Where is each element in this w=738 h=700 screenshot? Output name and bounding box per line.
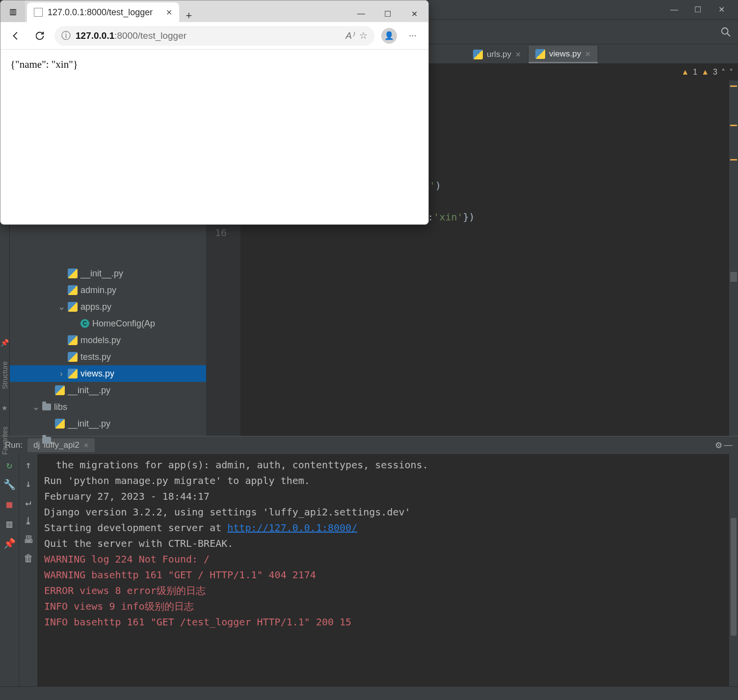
python-file-icon (535, 49, 545, 59)
close-icon[interactable]: ✕ (83, 442, 89, 449)
run-header: Run: dj luffy_api2 ✕ ⚙ — (0, 436, 738, 454)
python-file-icon (68, 285, 78, 295)
django-icon: dj (33, 440, 40, 450)
console-line: the migrations for app(s): admin, auth, … (44, 457, 729, 473)
console-line: WARNING log 224 Not Found: / (44, 551, 729, 567)
error-stripe[interactable] (729, 81, 738, 436)
console-line: WARNING basehttp 161 "GET / HTTP/1.1" 40… (44, 567, 729, 583)
close-button[interactable]: ✕ (710, 1, 733, 18)
tree-label: views.py (80, 369, 114, 379)
tree-label: __init__.py (68, 419, 110, 429)
chevron-up-icon[interactable]: ˄ (721, 68, 725, 77)
page-content[interactable]: {"name": "xin"} (0, 50, 428, 224)
tree-row[interactable]: CHomeConfig(Ap (10, 315, 206, 332)
browser-tab[interactable]: 127.0.0.1:8000/test_logger ✕ (27, 2, 179, 22)
favorites-toolwindow-button[interactable]: Favorites (1, 427, 9, 455)
server-url-link[interactable]: http://127.0.0.1:8000/ (227, 522, 357, 534)
class-icon: C (80, 319, 89, 328)
console-line: ERROR views 8 error级别的日志 (44, 583, 729, 598)
console-line: Starting development server at http://12… (44, 520, 729, 536)
warning-count: 1 (693, 68, 697, 77)
tree-row[interactable]: tests.py (10, 349, 206, 365)
run-toolbar-left: ↻ 🔧 ■ ▥ 📌 (0, 454, 19, 686)
close-button[interactable]: ✕ (402, 5, 426, 22)
close-icon[interactable]: ✕ (585, 50, 591, 58)
refresh-icon (34, 30, 45, 41)
tree-row[interactable]: models.py (10, 332, 206, 349)
maximize-button[interactable]: ☐ (375, 5, 400, 22)
console-output[interactable]: the migrations for app(s): admin, auth, … (37, 454, 729, 686)
tab-views[interactable]: views.py ✕ (528, 46, 598, 63)
run-toolwindow: Run: dj luffy_api2 ✕ ⚙ — ↻ 🔧 ■ ▥ 📌 (0, 436, 738, 686)
search-icon[interactable] (720, 27, 731, 37)
maximize-button[interactable]: ☐ (686, 1, 710, 18)
back-button[interactable] (7, 27, 25, 45)
close-icon[interactable]: ✕ (166, 8, 172, 17)
tree-row[interactable]: ⌄libs (10, 399, 206, 415)
pin-icon[interactable]: 📌 (0, 339, 9, 347)
star-icon[interactable]: ★ (1, 404, 8, 412)
console-line: Django version 3.2.2, using settings 'lu… (44, 504, 729, 520)
tree-label: admin.py (80, 285, 116, 296)
site-info-icon[interactable]: ⓘ (61, 29, 71, 42)
tree-label: __init__.py (68, 385, 110, 396)
tree-row[interactable]: admin.py (10, 282, 206, 298)
hide-icon[interactable]: — (723, 440, 733, 450)
warning-count: 3 (713, 68, 717, 77)
console-line: Quit the server with CTRL-BREAK. (44, 536, 729, 551)
tab-urls[interactable]: urls.py ✕ (466, 46, 528, 63)
run-tab[interactable]: dj luffy_api2 ✕ (27, 438, 95, 452)
stop-icon[interactable]: ■ (4, 499, 14, 509)
arrow-up-icon[interactable]: ↑ (24, 460, 33, 470)
scroll-end-icon[interactable]: ⤓ (24, 516, 33, 526)
favorites-icon[interactable]: ☆ (359, 30, 368, 41)
tree-label: models.py (80, 335, 121, 346)
svg-line-1 (727, 33, 730, 36)
response-body: {"name": "xin"} (10, 58, 78, 70)
python-file-icon (473, 50, 483, 59)
soft-wrap-icon[interactable]: ↵ (24, 497, 33, 507)
browser-toolbar: ⓘ 127.0.0.1:8000/test_logger A⁾ ☆ 👤 ⋯ (0, 22, 428, 50)
chevron-down-icon[interactable]: ˅ (729, 68, 733, 77)
tab-label: urls.py (487, 50, 511, 59)
python-file-icon (68, 369, 78, 378)
profile-button[interactable]: 👤 (380, 27, 398, 45)
more-button[interactable]: ⋯ (404, 27, 422, 45)
structure-toolwindow-button[interactable]: Structure (1, 361, 9, 389)
layout-icon[interactable]: ▥ (4, 519, 14, 529)
tree-label: tests.py (80, 352, 111, 362)
python-file-icon (55, 385, 65, 395)
url-text: 127.0.0.1:8000/test_logger (76, 30, 186, 41)
arrow-down-icon[interactable]: ↓ (24, 479, 33, 488)
svg-point-0 (722, 27, 728, 34)
gear-icon[interactable]: ⚙ (713, 440, 723, 450)
tree-row[interactable]: ›views.py (10, 365, 206, 382)
scrollbar[interactable] (729, 454, 738, 686)
read-aloud-icon[interactable]: A⁾ (345, 30, 354, 41)
tree-row[interactable]: __init__.py (10, 415, 206, 432)
refresh-button[interactable] (31, 27, 49, 45)
python-file-icon (68, 352, 78, 362)
tree-label: libs (54, 402, 67, 412)
minimize-button[interactable]: — (349, 5, 373, 22)
arrow-left-icon (11, 30, 22, 41)
tree-row[interactable]: __init__.py (10, 265, 206, 282)
rerun-icon[interactable]: ↻ (4, 460, 14, 470)
console-line: INFO views 9 info级别的日志 (44, 598, 729, 614)
console-line: INFO basehttp 161 "GET /test_logger HTTP… (44, 614, 729, 630)
tree-row[interactable]: __init__.py (10, 382, 206, 399)
tab-label: views.py (549, 49, 581, 59)
pin-icon[interactable]: 📌 (4, 538, 14, 548)
tab-actions-button[interactable]: ▥ (0, 0, 25, 22)
address-bar[interactable]: ⓘ 127.0.0.1:8000/test_logger A⁾ ☆ (54, 26, 374, 46)
minimize-button[interactable]: — (662, 1, 686, 18)
warning-icon: ▲ (682, 68, 689, 77)
close-icon[interactable]: ✕ (515, 51, 521, 58)
wrench-icon[interactable]: 🔧 (4, 480, 14, 489)
new-tab-button[interactable]: + (179, 9, 199, 22)
print-icon[interactable]: 🖶 (24, 535, 33, 544)
folder-icon (42, 404, 51, 410)
page-favicon (34, 8, 43, 17)
trash-icon[interactable]: 🗑 (24, 553, 33, 563)
tree-row[interactable]: ⌄apps.py (10, 298, 206, 315)
